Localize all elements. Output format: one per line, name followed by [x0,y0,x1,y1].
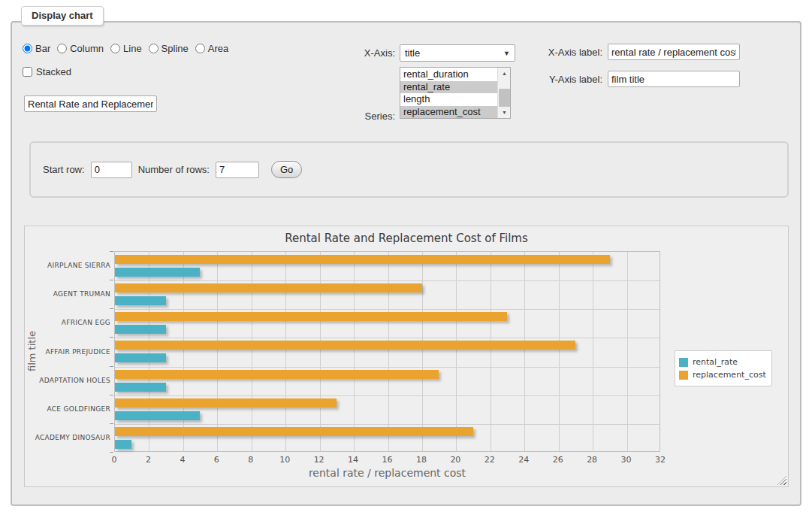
start-row-label: Start row: [43,164,85,175]
bar-rental-rate-airplane-sierra [115,268,200,277]
stacked-option[interactable]: Stacked [23,66,71,77]
legend-label: rental_rate [693,357,738,367]
page: Display chart BarColumnLineSplineArea St… [0,0,812,512]
gridline-v [183,252,184,451]
chart-type-label: Area [208,43,228,54]
num-rows-input[interactable] [216,162,259,178]
x-tick-label: 26 [543,455,573,465]
series-option-list: rental_durationrental_ratelengthreplacem… [400,68,497,118]
y-axis-tick [110,308,113,309]
gridline-h [115,424,660,425]
x-tick-label: 28 [577,455,607,465]
y-axis-tick [110,337,113,338]
num-rows-label: Number of rows: [138,164,210,175]
series-scrollbar[interactable]: ▲ ▼ [497,68,510,118]
scrollbar-thumb[interactable] [499,89,510,107]
bar-replacement-cost-adaptation-holes [115,370,439,379]
x-axis-label-input[interactable] [608,44,740,60]
category-label: AFRICAN EGG [28,318,110,327]
bar-replacement-cost-agent-truman [115,283,422,292]
gridline-h [115,338,660,338]
x-tick-label: 18 [406,455,436,465]
x-tick-label: 20 [440,455,470,465]
series-option-rental-duration[interactable]: rental_duration [400,68,497,81]
chart-type-bar[interactable]: Bar [23,43,50,54]
stacked-checkbox[interactable] [23,67,32,77]
chart-title-input[interactable] [24,95,157,112]
series-option-rental-rate[interactable]: rental_rate [400,81,497,94]
gridline-v [285,252,286,451]
y-axis-tick [110,395,113,395]
gridline-v [491,252,491,451]
bar-rental-rate-affair-prejudice [115,353,166,362]
x-tick-label: 14 [338,455,368,465]
y-axis-tick [110,366,113,367]
x-tick-label: 6 [201,455,231,465]
stacked-label: Stacked [36,66,71,77]
legend-row: replacement_cost [679,369,766,380]
x-axis-selected-value: title [405,47,503,59]
x-tick-label: 30 [611,455,641,465]
x-axis-label-label: X-Axis label: [520,47,602,58]
scroll-up-icon[interactable]: ▲ [498,68,511,79]
category-label: AFFAIR PREJUDICE [28,347,110,356]
chart-type-line[interactable]: Line [110,43,142,54]
chart-legend: rental_ratereplacement_cost [675,350,772,386]
x-tick-label: 10 [270,455,300,465]
chart-type-radio-column[interactable] [57,44,67,53]
gridline-v [320,252,321,451]
bar-replacement-cost-airplane-sierra [115,255,610,264]
chart-type-radio-bar[interactable] [23,44,32,53]
chart-type-area[interactable]: Area [195,43,228,54]
category-label: ACADEMY DINOSAUR [28,433,110,442]
start-row-input[interactable] [91,162,132,178]
y-axis-label-input[interactable] [608,71,740,87]
resize-handle[interactable] [777,476,786,485]
series-option-replacement-cost[interactable]: replacement_cost [400,106,497,119]
x-tick-label: 2 [133,455,163,465]
bar-rental-rate-academy-dinosaur [115,440,131,449]
chart-type-label: Column [70,43,104,54]
gridline-v [422,252,423,451]
x-axis-select[interactable]: title ▼ [400,44,515,62]
y-axis-tick [110,423,113,424]
gridline-v [149,252,149,451]
gridline-v [456,252,457,451]
fieldset-legend: Display chart [21,6,104,26]
bar-replacement-cost-academy-dinosaur [115,427,473,436]
chart-type-options: BarColumnLineSplineArea [23,43,228,54]
chart-type-label: Spline [161,43,189,54]
chart-type-label: Line [123,43,142,54]
chart-type-label: Bar [35,43,50,54]
chart-type-radio-spline[interactable] [149,44,158,53]
y-axis-tick [110,452,113,453]
chart-type-spline[interactable]: Spline [149,43,189,54]
category-label: ADAPTATION HOLES [28,376,110,385]
gridline-v [627,252,628,451]
category-label: ACE GOLDFINGER [28,404,110,414]
chart-type-radio-area[interactable] [195,44,205,53]
series-option-length[interactable]: length [400,93,497,106]
plot-area [114,251,660,452]
x-tick-label: 32 [645,455,675,465]
bar-rental-rate-adaptation-holes [115,383,166,392]
y-axis-label-label: Y-Axis label: [520,74,602,85]
chevron-down-icon: ▼ [503,50,510,57]
x-tick-label: 16 [373,455,403,465]
chart-type-column[interactable]: Column [57,43,104,54]
x-axis-title: rental rate / replacement cost [114,467,660,479]
gridline-v [593,252,593,451]
bar-replacement-cost-affair-prejudice [115,341,575,350]
chart-container: Rental Rate and Replacement Cost of Film… [24,226,789,487]
x-tick-label: 24 [509,455,539,465]
gridline-v [559,252,560,451]
scroll-down-icon[interactable]: ▼ [498,107,511,118]
legend-row: rental_rate [679,356,766,368]
x-tick-label: 0 [99,455,129,465]
series-multiselect[interactable]: rental_durationrental_ratelengthreplacem… [400,67,511,119]
gridline-h [115,367,660,368]
chart-type-radio-line[interactable] [110,44,120,53]
go-button[interactable]: Go [271,161,302,178]
bar-rental-rate-ace-goldfinger [115,411,200,420]
chart-title: Rental Rate and Replacement Cost of Film… [25,232,788,245]
